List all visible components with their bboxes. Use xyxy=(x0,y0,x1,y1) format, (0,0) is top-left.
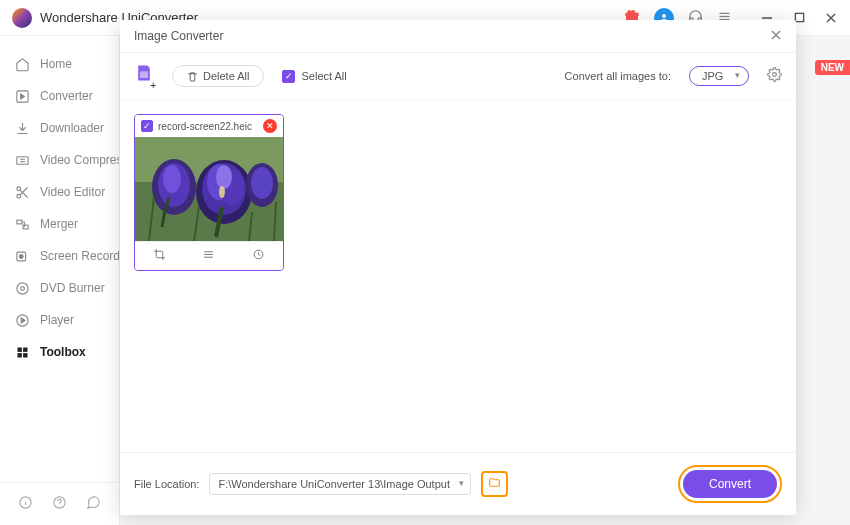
converter-icon xyxy=(14,88,30,104)
svg-point-46 xyxy=(219,186,225,198)
sidebar-item-dvd[interactable]: DVD Burner xyxy=(0,272,119,304)
svg-rect-14 xyxy=(16,220,21,224)
svg-point-0 xyxy=(662,14,666,18)
image-thumbnail xyxy=(135,137,283,241)
watermark-button[interactable] xyxy=(252,248,265,264)
download-icon xyxy=(14,120,30,136)
nav-label: Player xyxy=(40,313,74,327)
card-actions xyxy=(135,241,283,270)
nav-label: DVD Burner xyxy=(40,281,105,295)
feedback-icon[interactable] xyxy=(86,495,101,513)
svg-point-10 xyxy=(16,186,20,190)
svg-rect-32 xyxy=(140,71,148,78)
convert-button[interactable]: Convert xyxy=(683,470,777,498)
sidebar-item-converter[interactable]: Converter xyxy=(0,80,119,112)
sidebar: Home Converter Downloader Video Compress… xyxy=(0,36,120,525)
svg-point-43 xyxy=(216,165,232,189)
svg-rect-22 xyxy=(23,347,27,351)
output-path-value: F:\Wondershare UniConverter 13\Image Out… xyxy=(218,478,450,490)
new-badge: NEW xyxy=(815,60,850,75)
card-header: ✓ record-screen22.heic ✕ xyxy=(135,115,283,137)
svg-rect-5 xyxy=(795,13,803,21)
close-button[interactable] xyxy=(824,11,838,25)
nav-label: Video Editor xyxy=(40,185,105,199)
convert-to-label: Convert all images to: xyxy=(565,70,671,82)
svg-rect-9 xyxy=(16,156,27,164)
modal-footer: File Location: F:\Wondershare UniConvert… xyxy=(120,452,796,515)
svg-point-45 xyxy=(251,167,273,199)
trash-icon xyxy=(187,71,198,82)
open-folder-button[interactable] xyxy=(481,471,508,497)
toolbox-icon xyxy=(14,344,30,360)
svg-rect-21 xyxy=(17,347,21,351)
effects-button[interactable] xyxy=(202,248,215,264)
nav-label: Video Compressor xyxy=(40,153,119,167)
nav-label: Home xyxy=(40,57,72,71)
delete-all-button[interactable]: Delete All xyxy=(172,65,264,87)
nav-label: Merger xyxy=(40,217,78,231)
sidebar-item-editor[interactable]: Video Editor xyxy=(0,176,119,208)
image-converter-modal: Image Converter + Delete All ✓ Select Al… xyxy=(120,20,796,515)
file-location-label: File Location: xyxy=(134,478,199,490)
recorder-icon xyxy=(14,248,30,264)
crop-button[interactable] xyxy=(153,248,166,264)
image-card[interactable]: ✓ record-screen22.heic ✕ xyxy=(134,114,284,271)
nav-label: Toolbox xyxy=(40,345,86,359)
nav-label: Converter xyxy=(40,89,93,103)
svg-point-11 xyxy=(16,194,20,198)
compress-icon xyxy=(14,152,30,168)
modal-title: Image Converter xyxy=(134,29,223,43)
image-grid: ✓ record-screen22.heic ✕ xyxy=(120,100,796,452)
svg-rect-24 xyxy=(23,353,27,357)
format-dropdown[interactable]: JPG xyxy=(689,66,749,86)
svg-point-38 xyxy=(163,165,181,193)
format-value: JPG xyxy=(702,70,723,82)
svg-point-19 xyxy=(20,286,24,290)
filename-label: record-screen22.heic xyxy=(158,121,258,132)
checkbox-icon: ✓ xyxy=(282,70,295,83)
merger-icon xyxy=(14,216,30,232)
scissors-icon xyxy=(14,184,30,200)
svg-point-17 xyxy=(19,254,23,258)
sidebar-item-downloader[interactable]: Downloader xyxy=(0,112,119,144)
modal-toolbar: + Delete All ✓ Select All Convert all im… xyxy=(120,53,796,100)
delete-all-label: Delete All xyxy=(203,70,249,82)
convert-button-label: Convert xyxy=(709,477,751,491)
nav-list: Home Converter Downloader Video Compress… xyxy=(0,36,119,482)
svg-point-33 xyxy=(773,73,777,77)
home-icon xyxy=(14,56,30,72)
sidebar-item-home[interactable]: Home xyxy=(0,48,119,80)
sidebar-footer xyxy=(0,482,119,525)
select-all-checkbox[interactable]: ✓ Select All xyxy=(282,70,346,83)
nav-label: Screen Recorder xyxy=(40,249,119,263)
add-image-button[interactable]: + xyxy=(134,63,154,89)
select-all-label: Select All xyxy=(301,70,346,82)
play-icon xyxy=(14,312,30,328)
modal-close-button[interactable] xyxy=(770,28,782,44)
info-icon[interactable] xyxy=(18,495,33,513)
nav-label: Downloader xyxy=(40,121,104,135)
modal-header: Image Converter xyxy=(120,20,796,53)
svg-rect-23 xyxy=(17,353,21,357)
output-path-dropdown[interactable]: F:\Wondershare UniConverter 13\Image Out… xyxy=(209,473,471,495)
sidebar-item-compressor[interactable]: Video Compressor xyxy=(0,144,119,176)
disc-icon xyxy=(14,280,30,296)
card-checkbox[interactable]: ✓ xyxy=(141,120,153,132)
sidebar-item-merger[interactable]: Merger xyxy=(0,208,119,240)
svg-point-18 xyxy=(16,282,27,293)
convert-button-highlight: Convert xyxy=(678,465,782,503)
sidebar-item-player[interactable]: Player xyxy=(0,304,119,336)
sidebar-item-toolbox[interactable]: Toolbox xyxy=(0,336,119,368)
svg-point-28 xyxy=(54,497,65,508)
help-icon[interactable] xyxy=(52,495,67,513)
settings-button[interactable] xyxy=(767,67,782,85)
app-logo xyxy=(12,8,32,28)
remove-image-button[interactable]: ✕ xyxy=(263,119,277,133)
sidebar-item-recorder[interactable]: Screen Recorder xyxy=(0,240,119,272)
